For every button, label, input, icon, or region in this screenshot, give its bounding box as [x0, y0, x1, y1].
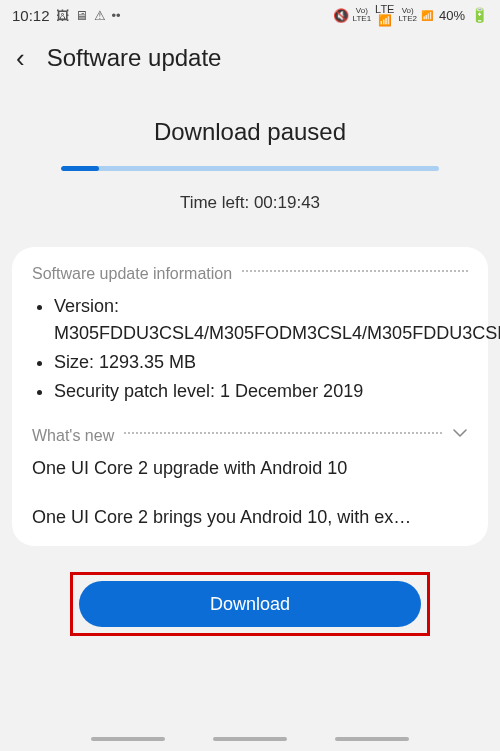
screen-icon: 🖥 — [75, 8, 88, 23]
whats-new-label: What's new — [32, 427, 114, 445]
navigation-bar — [0, 737, 500, 741]
signal-bars-icon: 📶 — [378, 15, 392, 26]
status-left: 10:12 🖼 🖥 ⚠ •• — [12, 7, 121, 24]
warning-icon: ⚠ — [94, 8, 106, 23]
network-type: LTE 📶 — [375, 4, 394, 26]
sim2-bot: LTE2 — [398, 15, 417, 23]
divider-dots — [242, 270, 468, 272]
divider-dots — [124, 432, 442, 434]
header: ‹ Software update — [0, 30, 500, 82]
download-button-highlight: Download — [70, 572, 430, 636]
nav-home[interactable] — [213, 737, 287, 741]
status-bar: 10:12 🖼 🖥 ⚠ •• 🔇 Vo) LTE1 LTE 📶 Vo) LTE2… — [0, 0, 500, 30]
whats-new-line2: One UI Core 2 brings you Android 10, wit… — [32, 507, 468, 528]
more-icon: •• — [112, 8, 121, 23]
info-list: Version: M305FDDU3CSL4/M305FODM3CSL4/M30… — [32, 293, 468, 405]
info-item-size: Size: 1293.35 MB — [54, 349, 468, 376]
battery-percentage: 40% — [439, 8, 465, 23]
progress-bar — [61, 166, 439, 171]
download-status: Download paused Time left: 00:19:43 — [0, 82, 500, 213]
sim1-indicator: Vo) LTE1 — [353, 7, 372, 23]
progress-fill — [61, 166, 99, 171]
info-section-label: Software update information — [32, 265, 232, 283]
page-title: Software update — [47, 44, 222, 72]
whats-new-line1: One UI Core 2 upgrade with Android 10 — [32, 456, 468, 481]
update-info-card: Software update information Version: M30… — [12, 247, 488, 546]
time-left: Time left: 00:19:43 — [24, 193, 476, 213]
sim1-bot: LTE1 — [353, 15, 372, 23]
info-item-version: Version: M305FDDU3CSL4/M305FODM3CSL4/M30… — [54, 293, 468, 347]
chevron-down-icon[interactable] — [452, 425, 468, 446]
download-button[interactable]: Download — [79, 581, 421, 627]
signal-bars-2-icon: 📶 — [421, 10, 433, 21]
battery-icon: 🔋 — [471, 7, 488, 23]
back-button[interactable]: ‹ — [16, 45, 25, 71]
status-time: 10:12 — [12, 7, 50, 24]
download-status-title: Download paused — [24, 118, 476, 146]
whats-new-header[interactable]: What's new — [32, 425, 468, 446]
info-section-header: Software update information — [32, 265, 468, 283]
sim2-indicator: Vo) LTE2 — [398, 7, 417, 23]
nav-recents[interactable] — [91, 737, 165, 741]
image-icon: 🖼 — [56, 8, 69, 23]
info-item-security: Security patch level: 1 December 2019 — [54, 378, 468, 405]
status-right: 🔇 Vo) LTE1 LTE 📶 Vo) LTE2 📶 40% 🔋 — [333, 4, 488, 26]
nav-back[interactable] — [335, 737, 409, 741]
mute-icon: 🔇 — [333, 8, 349, 23]
